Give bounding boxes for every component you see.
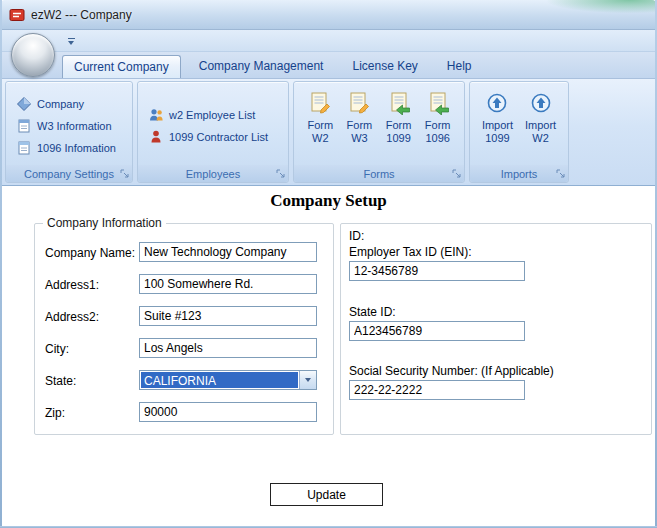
form-1096-button[interactable]: Form1096 bbox=[425, 85, 451, 165]
ribbon-group-forms: FormW2 FormW3 bbox=[293, 81, 465, 183]
state-select[interactable]: CALIFORNIA bbox=[139, 370, 317, 390]
update-button[interactable]: Update bbox=[270, 483, 383, 506]
app-window: ezW2 --- Company Current Company Company… bbox=[0, 0, 657, 528]
ribbon-item-w3-information[interactable]: W3 Information bbox=[13, 115, 128, 137]
tab-license-key[interactable]: License Key bbox=[341, 55, 428, 78]
ribbon: Company W3 Information bbox=[0, 78, 657, 186]
state-id-label: State ID: bbox=[349, 305, 396, 319]
1096-document-icon bbox=[16, 140, 32, 156]
import-w2-button[interactable]: ImportW2 bbox=[525, 85, 556, 165]
ribbon-item-1096-information[interactable]: 1096 Infomation bbox=[13, 137, 128, 159]
state-id-input[interactable] bbox=[349, 321, 525, 341]
ribbon-item-w3-label: W3 Information bbox=[37, 120, 112, 132]
address2-input[interactable] bbox=[139, 306, 317, 326]
ribbon-group-employees: w2 Employee List 1099 Contractor List bbox=[137, 81, 289, 183]
w3-document-icon bbox=[16, 118, 32, 134]
form-w2-icon bbox=[308, 89, 332, 116]
window-border-left bbox=[0, 0, 2, 528]
group-caption-forms: Forms bbox=[294, 165, 464, 182]
group-caption-label: Forms bbox=[363, 168, 394, 180]
quick-access-toolbar bbox=[0, 30, 657, 52]
ribbon-item-1099-contractor-label: 1099 Contractor List bbox=[169, 131, 268, 143]
app-icon bbox=[9, 7, 25, 23]
form-w3-label: FormW3 bbox=[347, 119, 373, 145]
ribbon-tab-bar: Current Company Company Management Licen… bbox=[0, 52, 657, 78]
window-title: ezW2 --- Company bbox=[31, 8, 132, 22]
ssn-label: Social Security Number: (If Applicable) bbox=[349, 364, 554, 378]
form-w3-button[interactable]: FormW3 bbox=[347, 85, 373, 165]
zip-label: Zip: bbox=[45, 406, 65, 420]
form-w2-label: FormW2 bbox=[307, 119, 333, 145]
employees-icon bbox=[148, 107, 164, 123]
combo-dropdown-button[interactable] bbox=[299, 371, 316, 389]
main-content: Company Setup Company Information Compan… bbox=[0, 186, 657, 528]
ribbon-item-company[interactable]: Company bbox=[13, 93, 128, 115]
ribbon-item-w2-employee-label: w2 Employee List bbox=[169, 109, 255, 121]
ein-label: Employer Tax ID (EIN): bbox=[349, 245, 471, 259]
group-caption-label: Employees bbox=[186, 168, 240, 180]
company-information-legend: Company Information bbox=[43, 216, 166, 230]
tab-help[interactable]: Help bbox=[436, 55, 483, 78]
ribbon-item-1096-label: 1096 Infomation bbox=[37, 142, 116, 154]
qat-dropdown-icon[interactable] bbox=[63, 33, 79, 49]
address1-label: Address1: bbox=[45, 278, 99, 292]
import-1099-icon bbox=[486, 89, 508, 116]
desktop-wallpaper-peek bbox=[547, 0, 657, 13]
import-1099-button[interactable]: Import1099 bbox=[482, 85, 513, 165]
group-caption-company-settings: Company Settings bbox=[6, 165, 132, 182]
group-caption-label: Company Settings bbox=[24, 168, 114, 180]
company-name-input[interactable] bbox=[139, 242, 317, 262]
dialog-launcher-icon[interactable] bbox=[119, 168, 130, 179]
id-heading: ID: bbox=[349, 229, 364, 243]
city-input[interactable] bbox=[139, 338, 317, 358]
ribbon-item-company-label: Company bbox=[37, 98, 84, 110]
address1-input[interactable] bbox=[139, 274, 317, 294]
company-information-groupbox: Company Information Company Name: Addres… bbox=[34, 223, 334, 435]
dialog-launcher-icon[interactable] bbox=[555, 168, 566, 179]
id-groupbox: ID: Employer Tax ID (EIN): State ID: Soc… bbox=[340, 223, 652, 435]
ribbon-group-imports: Import1099 ImportW2 Imports bbox=[469, 81, 569, 183]
imports-content: Import1099 ImportW2 bbox=[470, 82, 568, 165]
import-1099-label: Import1099 bbox=[482, 119, 513, 145]
group-caption-label: Imports bbox=[501, 168, 538, 180]
page-title: Company Setup bbox=[0, 191, 657, 211]
form-1096-label: Form1096 bbox=[425, 119, 451, 145]
form-1099-label: Form1099 bbox=[386, 119, 412, 145]
tab-current-company[interactable]: Current Company bbox=[62, 55, 181, 78]
ein-input[interactable] bbox=[349, 261, 525, 281]
zip-input[interactable] bbox=[139, 402, 317, 422]
employees-content: w2 Employee List 1099 Contractor List bbox=[138, 82, 288, 165]
dialog-launcher-icon[interactable] bbox=[451, 168, 462, 179]
address2-label: Address2: bbox=[45, 310, 99, 324]
import-w2-label: ImportW2 bbox=[525, 119, 556, 145]
group-caption-imports: Imports bbox=[470, 165, 568, 182]
qat-dropdown-bar bbox=[68, 38, 75, 39]
contractor-icon bbox=[148, 129, 164, 145]
import-w2-icon bbox=[530, 89, 552, 116]
ribbon-item-w2-employee-list[interactable]: w2 Employee List bbox=[145, 104, 284, 126]
forms-content: FormW2 FormW3 bbox=[294, 82, 464, 165]
application-menu-orb[interactable] bbox=[11, 33, 55, 77]
ribbon-item-1099-contractor-list[interactable]: 1099 Contractor List bbox=[145, 126, 284, 148]
company-icon bbox=[16, 96, 32, 112]
form-1099-icon bbox=[387, 89, 411, 116]
chevron-down-icon bbox=[305, 378, 311, 382]
form-w3-icon bbox=[347, 89, 371, 116]
company-settings-content: Company W3 Information bbox=[6, 82, 132, 165]
state-label: State: bbox=[45, 374, 76, 388]
form-1096-icon bbox=[426, 89, 450, 116]
ssn-input[interactable] bbox=[349, 380, 525, 400]
chevron-down-icon bbox=[68, 41, 74, 45]
form-w2-button[interactable]: FormW2 bbox=[307, 85, 333, 165]
form-1099-button[interactable]: Form1099 bbox=[386, 85, 412, 165]
company-name-label: Company Name: bbox=[45, 246, 135, 260]
tab-company-management[interactable]: Company Management bbox=[188, 55, 335, 78]
city-label: City: bbox=[45, 342, 69, 356]
group-caption-employees: Employees bbox=[138, 165, 288, 182]
titlebar[interactable]: ezW2 --- Company bbox=[0, 0, 657, 30]
state-select-value: CALIFORNIA bbox=[141, 372, 298, 388]
ribbon-group-company-settings: Company W3 Information bbox=[5, 81, 133, 183]
dialog-launcher-icon[interactable] bbox=[275, 168, 286, 179]
